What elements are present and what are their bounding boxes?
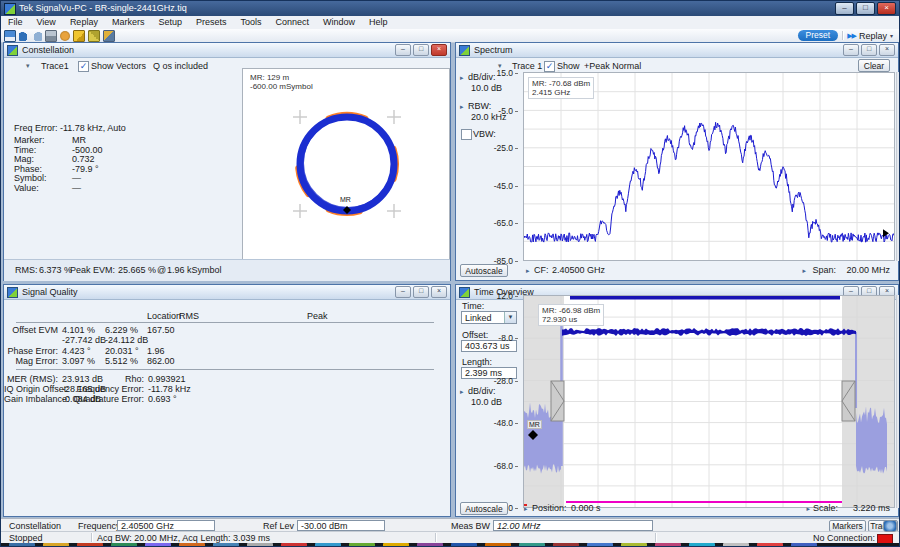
taskbar-app-icon[interactable] xyxy=(417,543,443,547)
taskbar-app-icon[interactable] xyxy=(723,543,749,547)
position-expander-icon[interactable]: ▸ xyxy=(524,505,528,513)
signal-quality-close-button[interactable]: × xyxy=(431,286,447,298)
spectrum-minimize-button[interactable]: – xyxy=(843,44,859,56)
taskbar-app-icon[interactable] xyxy=(315,543,341,547)
signal-quality-minimize-button[interactable]: – xyxy=(395,286,411,298)
spectrum-show-checkbox[interactable]: ✓ xyxy=(544,61,555,72)
taskbar-app-icon[interactable] xyxy=(111,543,137,547)
taskbar-app-icon[interactable] xyxy=(553,543,579,547)
spectrum-plot[interactable]: MR: -70.68 dBm 2.415 GHz xyxy=(523,72,895,261)
window-minimize-button[interactable]: – xyxy=(835,2,854,15)
display-layout-icon[interactable] xyxy=(73,30,85,42)
menu-markers[interactable]: Markers xyxy=(105,16,152,29)
spectrum-panel-icon xyxy=(459,45,470,56)
settings-gear-icon[interactable] xyxy=(60,31,70,41)
taskbar-app-icon[interactable] xyxy=(689,543,715,547)
menu-file[interactable]: File xyxy=(1,16,30,29)
taskbar-app-icon[interactable] xyxy=(349,543,375,547)
menu-view[interactable]: View xyxy=(30,16,63,29)
time-overview-autoscale-button[interactable]: Autoscale xyxy=(460,502,508,515)
replay-play-icon[interactable]: ▶▶ xyxy=(847,32,856,40)
spectrum-detector-label[interactable]: +Peak Normal xyxy=(584,61,641,71)
redo-icon[interactable] xyxy=(32,31,42,41)
taskbar-app-icon[interactable] xyxy=(9,543,35,547)
sq-header-location2: Location xyxy=(147,311,181,321)
spectrum-span-value[interactable]: 20.00 MHz xyxy=(846,265,890,275)
sq-summary-label: Gain Imbalance: xyxy=(4,394,58,404)
menu-help[interactable]: Help xyxy=(362,16,395,29)
dbdiv-expander-icon[interactable]: ▸ xyxy=(460,74,464,82)
preset-button[interactable]: Preset xyxy=(798,30,839,41)
taskbar-app-icon[interactable] xyxy=(655,543,681,547)
menu-setup[interactable]: Setup xyxy=(151,16,189,29)
spectrum-autoscale-button[interactable]: Autoscale xyxy=(460,264,508,277)
menu-presets[interactable]: Presets xyxy=(189,16,234,29)
trigger-icon[interactable] xyxy=(88,30,100,42)
analysis-icon[interactable] xyxy=(103,30,115,42)
spectrum-titlebar[interactable]: Spectrum – □ × xyxy=(456,43,898,58)
scale-value[interactable]: 3.220 ms xyxy=(853,503,890,513)
constellation-vectors-dropdown[interactable]: Vectors xyxy=(116,61,146,71)
menu-tools[interactable]: Tools xyxy=(233,16,268,29)
ref-level-input[interactable]: -30.00 dBm xyxy=(297,520,385,531)
rbw-expander-icon[interactable]: ▸ xyxy=(460,103,464,111)
taskbar-app-icon[interactable] xyxy=(757,543,783,547)
signal-quality-maximize-button[interactable]: □ xyxy=(413,286,429,298)
taskbar-app-icon[interactable] xyxy=(587,543,613,547)
constellation-titlebar[interactable]: Constellation – □ × xyxy=(4,43,450,58)
taskbar-app-icon[interactable] xyxy=(77,543,103,547)
menu-connect[interactable]: Connect xyxy=(268,16,316,29)
cf-expander-icon[interactable]: ▸ xyxy=(526,267,530,275)
spectrum-maximize-button[interactable]: □ xyxy=(861,44,877,56)
save-icon[interactable] xyxy=(4,30,16,42)
time-overview-right-strip[interactable] xyxy=(896,295,900,508)
taskbar-app-icon[interactable] xyxy=(791,543,817,547)
replay-dropdown-icon[interactable]: ▾ xyxy=(890,32,893,39)
time-overview-plot[interactable]: MR: -66.98 dBm 72.930 us MR xyxy=(523,295,895,508)
sq-row-value: 862.00 xyxy=(147,356,175,366)
taskbar-app-icon[interactable] xyxy=(43,543,69,547)
to-dbdiv-expander-icon[interactable]: ▸ xyxy=(460,388,464,396)
menu-window[interactable]: Window xyxy=(316,16,362,29)
replay-button[interactable]: Replay xyxy=(859,31,887,41)
frequency-input[interactable]: 2.40500 GHz xyxy=(117,520,215,531)
constellation-marker-label[interactable]: MR xyxy=(339,196,352,203)
spectrum-cf-value[interactable]: 2.40500 GHz xyxy=(552,265,605,275)
spectrum-right-strip[interactable] xyxy=(896,72,900,261)
taskbar-app-icon[interactable] xyxy=(145,543,171,547)
constellation-plot[interactable]: MR: 129 m -600.00 mSymbol MR xyxy=(242,68,450,265)
window-maximize-button[interactable]: □ xyxy=(856,2,875,15)
at-symbol-value: 1.96 kSymbol xyxy=(167,265,222,275)
meas-bw-input[interactable]: 12.00 MHz xyxy=(493,520,653,531)
taskbar-app-icon[interactable] xyxy=(179,543,205,547)
constellation-show-checkbox[interactable]: ✓ xyxy=(78,61,89,72)
taskbar-app-icon[interactable] xyxy=(281,543,307,547)
constellation-trace-label[interactable]: Trace1 xyxy=(41,61,69,71)
taskbar-app-icon[interactable] xyxy=(485,543,511,547)
taskbar-app-icon[interactable] xyxy=(451,543,477,547)
spectrum-clear-button[interactable]: Clear xyxy=(858,59,890,72)
time-overview-marker-label[interactable]: MR xyxy=(527,420,542,429)
constellation-close-button[interactable]: × xyxy=(431,44,447,56)
windows-taskbar[interactable] xyxy=(1,543,899,547)
scale-expander-icon[interactable]: ▸ xyxy=(806,505,810,513)
menu-replay[interactable]: Replay xyxy=(63,16,105,29)
taskbar-app-icon[interactable] xyxy=(213,543,239,547)
window-titlebar[interactable]: Tek SignalVu-PC - BR-single-2441GHz.tiq … xyxy=(1,1,899,16)
taskbar-app-icon[interactable] xyxy=(519,543,545,547)
taskbar-app-icon[interactable] xyxy=(621,543,647,547)
constellation-maximize-button[interactable]: □ xyxy=(413,44,429,56)
spectrum-close-button[interactable]: × xyxy=(879,44,895,56)
taskbar-app-icon[interactable] xyxy=(247,543,273,547)
position-value[interactable]: 0.000 s xyxy=(571,503,601,513)
span-expander-icon[interactable]: ▸ xyxy=(802,267,806,275)
signal-quality-titlebar[interactable]: Signal Quality – □ × xyxy=(4,285,450,300)
settings-gear-button[interactable] xyxy=(883,520,897,532)
constellation-minimize-button[interactable]: – xyxy=(395,44,411,56)
constellation-collapse-icon[interactable]: ▾ xyxy=(26,62,30,70)
undo-icon[interactable] xyxy=(19,31,29,41)
taskbar-app-icon[interactable] xyxy=(383,543,409,547)
spectrum-vbw-checkbox[interactable] xyxy=(461,129,472,140)
window-close-button[interactable]: × xyxy=(877,2,896,15)
print-icon[interactable] xyxy=(45,30,57,42)
